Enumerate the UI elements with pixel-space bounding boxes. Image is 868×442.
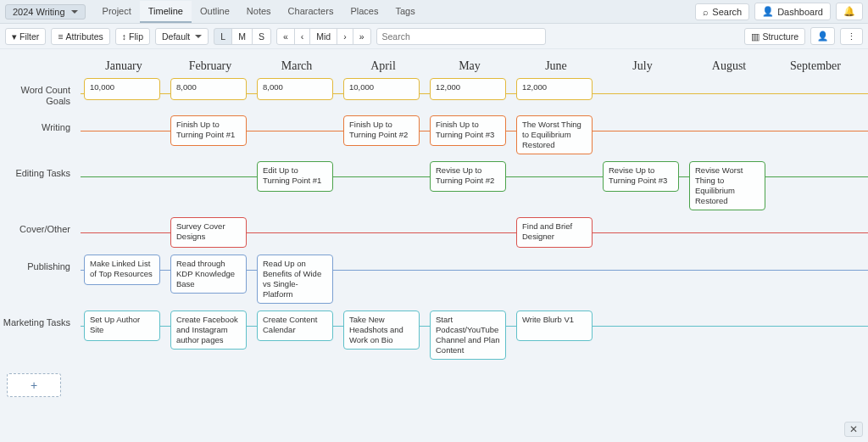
bell-icon: 🔔	[843, 6, 855, 17]
timeline-rows: Word Count Goals10,0008,0008,00010,00012…	[0, 73, 868, 361]
size-group: L M S	[214, 28, 271, 45]
timeline-card[interactable]: 12,000	[516, 78, 593, 100]
structure-label: Structure	[762, 31, 798, 42]
search-button[interactable]: ⌕ Search	[695, 3, 749, 20]
row-label[interactable]: Editing Tasks	[0, 159, 81, 179]
kebab-icon: ⋮	[847, 31, 856, 42]
month-header: May	[426, 59, 513, 73]
timeline-card[interactable]: Create Content Calendar	[257, 311, 333, 341]
timeline-card[interactable]: Read through KDP Knowledge Base	[170, 255, 247, 294]
month-header: September	[772, 59, 859, 73]
add-row-button[interactable]: +	[7, 373, 61, 397]
tab-characters[interactable]: Characters	[280, 1, 342, 23]
structure-icon: ▥	[751, 31, 760, 42]
nav-first-button[interactable]: «	[276, 28, 295, 45]
month-header: August	[686, 59, 772, 73]
size-L-button[interactable]: L	[214, 28, 232, 45]
flip-icon: ↕	[122, 31, 126, 42]
tab-timeline[interactable]: Timeline	[140, 1, 192, 23]
timeline-card[interactable]: Find and Brief Designer	[516, 217, 593, 248]
layout-dropdown[interactable]: Default	[155, 28, 209, 45]
timeline-body: JanuaryFebruaryMarchAprilMayJuneJulyAugu…	[0, 49, 868, 397]
row-label[interactable]: Publishing	[0, 253, 81, 272]
tab-outline[interactable]: Outline	[192, 1, 238, 23]
attributes-button[interactable]: ≡ Attributes	[51, 28, 110, 45]
toolbar: ▾ Filter ≡ Attributes ↕ Flip Default L M…	[0, 24, 868, 49]
nav-next-button[interactable]: ›	[337, 28, 353, 45]
timeline-card[interactable]: 8,000	[170, 78, 247, 100]
list-icon: ≡	[58, 31, 63, 42]
timeline-card[interactable]: 10,000	[84, 78, 160, 100]
tab-tags[interactable]: Tags	[387, 1, 423, 23]
timeline-card[interactable]: Create Facebook and Instagram author pag…	[170, 311, 247, 350]
size-M-button[interactable]: M	[231, 28, 253, 45]
structure-button[interactable]: ▥ Structure	[744, 28, 805, 45]
filter-label: Filter	[19, 31, 39, 42]
tab-places[interactable]: Places	[342, 1, 387, 23]
timeline-card[interactable]: Finish Up to Turning Point #1	[170, 115, 247, 146]
timeline-row: Cover/OtherSurvey Cover DesignsFind and …	[0, 212, 868, 249]
timeline-card[interactable]: The Worst Thing to Equilibrium Restored	[516, 115, 593, 154]
dashboard-button[interactable]: 👤 Dashboard	[754, 3, 831, 20]
flip-button[interactable]: ↕ Flip	[115, 28, 150, 45]
timeline-row: Editing TasksEdit Up to Turning Point #1…	[0, 156, 868, 212]
search-icon: ⌕	[703, 7, 709, 17]
attributes-label: Attributes	[65, 31, 103, 42]
notifications-button[interactable]: 🔔	[836, 3, 863, 20]
timeline-card[interactable]: Take New Headshots and Work on Bio	[343, 311, 420, 350]
row-label[interactable]: Word Count Goals	[0, 76, 81, 107]
project-dropdown[interactable]: 2024 Writing	[5, 4, 86, 20]
timeline-row: Word Count Goals10,0008,0008,00010,00012…	[0, 73, 868, 110]
row-label[interactable]: Marketing Tasks	[0, 309, 81, 328]
timeline-card[interactable]: Finish Up to Turning Point #3	[430, 115, 506, 146]
search-input[interactable]	[376, 28, 546, 45]
tab-project[interactable]: Project	[94, 1, 140, 23]
layout-label: Default	[162, 31, 190, 42]
timeline-card[interactable]: 12,000	[430, 78, 506, 100]
close-icon: ✕	[849, 423, 858, 435]
timeline-card[interactable]: Make Linked List of Top Resources	[84, 255, 160, 285]
top-bar: 2024 Writing ProjectTimelineOutlineNotes…	[0, 0, 868, 24]
person-icon: 👤	[817, 31, 828, 42]
months-header: JanuaryFebruaryMarchAprilMayJuneJulyAugu…	[0, 59, 868, 73]
month-header: July	[599, 59, 686, 73]
dashboard-button-label: Dashboard	[777, 7, 823, 17]
more-menu-button[interactable]: ⋮	[840, 28, 863, 45]
nav-last-button[interactable]: »	[353, 28, 371, 45]
month-header: June	[513, 59, 599, 73]
timeline-card[interactable]: Revise Up to Turning Point #2	[430, 161, 506, 192]
timeline-card[interactable]: 8,000	[257, 78, 333, 100]
timeline-card[interactable]: Read Up on Benefits of Wide vs Single-Pl…	[257, 255, 333, 304]
timeline-card[interactable]: Set Up Author Site	[84, 311, 160, 341]
timeline-card[interactable]: Edit Up to Turning Point #1	[257, 161, 333, 192]
timeline-card[interactable]: Start Podcast/YouTube Channel and Plan C…	[430, 311, 506, 360]
timeline-card[interactable]: Write Blurb V1	[516, 311, 593, 341]
tab-notes[interactable]: Notes	[238, 1, 280, 23]
month-header: February	[167, 59, 253, 73]
timeline-card[interactable]: Revise Worst Thing to Equilibrium Restor…	[689, 161, 765, 210]
nav-tabs: ProjectTimelineOutlineNotesCharactersPla…	[94, 1, 424, 23]
timeline-row: Marketing TasksSet Up Author SiteCreate …	[0, 305, 868, 361]
filter-button[interactable]: ▾ Filter	[5, 28, 46, 45]
row-label[interactable]: Writing	[0, 114, 81, 133]
timeline-card[interactable]: Survey Cover Designs	[170, 217, 247, 248]
flip-label: Flip	[129, 31, 143, 42]
size-S-button[interactable]: S	[252, 28, 271, 45]
user-icon: 👤	[762, 6, 774, 17]
month-header: March	[253, 59, 340, 73]
project-name: 2024 Writing	[13, 7, 65, 17]
timeline-row: WritingFinish Up to Turning Point #1Fini…	[0, 110, 868, 156]
row-label[interactable]: Cover/Other	[0, 215, 81, 235]
nav-group: « ‹ Mid › »	[276, 28, 371, 45]
timeline-card[interactable]: Finish Up to Turning Point #2	[343, 115, 420, 146]
user-menu-button[interactable]: 👤	[810, 27, 835, 45]
search-button-label: Search	[712, 7, 742, 17]
filter-icon: ▾	[12, 31, 17, 42]
close-panel-button[interactable]: ✕	[844, 422, 863, 437]
timeline-card[interactable]: Revise Up to Turning Point #3	[603, 161, 679, 192]
timeline-card[interactable]: 10,000	[343, 78, 420, 100]
nav-prev-button[interactable]: ‹	[294, 28, 311, 45]
timeline-row: PublishingMake Linked List of Top Resour…	[0, 249, 868, 305]
nav-mid-button[interactable]: Mid	[309, 28, 337, 45]
month-header: January	[81, 59, 167, 73]
